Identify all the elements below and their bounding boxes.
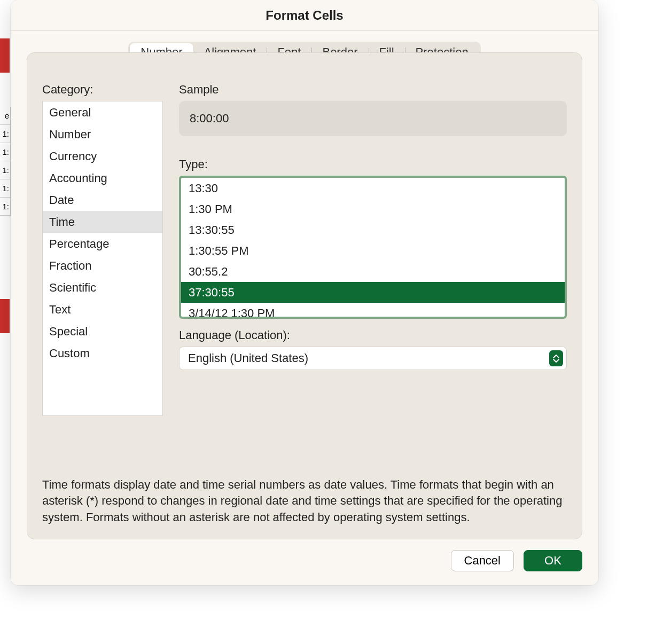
- language-select[interactable]: English (United States): [179, 347, 567, 370]
- category-item-number[interactable]: Number: [43, 123, 162, 145]
- category-item-date[interactable]: Date: [43, 189, 162, 211]
- type-item[interactable]: 3/14/12 1:30 PM: [181, 303, 565, 319]
- bg-red-cell: [0, 38, 10, 73]
- category-item-time[interactable]: Time: [43, 211, 162, 233]
- sample-value: 8:00:00: [190, 112, 229, 125]
- sample-label: Sample: [179, 83, 567, 97]
- bg-row-fragment: 1:: [0, 161, 11, 179]
- category-item-accounting[interactable]: Accounting: [43, 167, 162, 189]
- category-item-currency[interactable]: Currency: [43, 145, 162, 167]
- category-item-general[interactable]: General: [43, 101, 162, 123]
- category-item-text[interactable]: Text: [43, 299, 162, 320]
- bg-row-fragment: 1:: [0, 198, 11, 216]
- bg-red-cell: [0, 299, 10, 333]
- format-description: Time formats display date and time seria…: [42, 466, 567, 526]
- format-cells-dialog: Format Cells Number Alignment Font Borde…: [11, 0, 598, 585]
- category-label: Category:: [42, 83, 163, 97]
- cancel-button[interactable]: Cancel: [451, 550, 514, 571]
- type-item[interactable]: 1:30 PM: [181, 199, 565, 219]
- type-list[interactable]: 13:30 1:30 PM 13:30:55 1:30:55 PM 30:55.…: [179, 176, 567, 319]
- category-item-custom[interactable]: Custom: [43, 342, 162, 364]
- category-list[interactable]: General Number Currency Accounting Date …: [42, 101, 163, 416]
- number-panel: Category: General Number Currency Accoun…: [27, 52, 582, 539]
- type-item[interactable]: 13:30:55: [181, 219, 565, 240]
- dialog-buttons: Cancel OK: [11, 550, 598, 585]
- type-item[interactable]: 1:30:55 PM: [181, 240, 565, 261]
- category-item-special[interactable]: Special: [43, 320, 162, 342]
- ok-button[interactable]: OK: [524, 550, 582, 571]
- dialog-title: Format Cells: [266, 8, 343, 23]
- type-label: Type:: [179, 158, 567, 171]
- bg-row-fragment: e: [0, 107, 11, 125]
- language-value: English (United States): [188, 351, 308, 365]
- dialog-titlebar: Format Cells: [11, 0, 598, 31]
- type-item[interactable]: 37:30:55: [181, 282, 565, 303]
- select-stepper-icon[interactable]: [549, 350, 563, 366]
- language-label: Language (Location):: [179, 328, 567, 342]
- type-item[interactable]: 30:55.2: [181, 261, 565, 282]
- bg-row-fragment: 1:: [0, 125, 11, 143]
- category-item-percentage[interactable]: Percentage: [43, 233, 162, 255]
- sample-box: 8:00:00: [179, 101, 567, 136]
- bg-row-fragment: 1:: [0, 179, 11, 198]
- category-item-fraction[interactable]: Fraction: [43, 255, 162, 277]
- type-item[interactable]: 13:30: [181, 178, 565, 199]
- category-item-scientific[interactable]: Scientific: [43, 277, 162, 299]
- bg-row-fragment: 1:: [0, 143, 11, 161]
